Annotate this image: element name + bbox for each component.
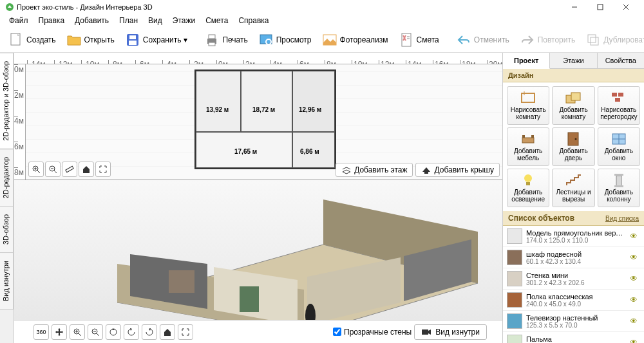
visibility-toggle[interactable]: 👁 — [630, 232, 640, 241]
design-btn-add-door[interactable]: Добавить дверь — [552, 127, 594, 166]
zoom-out-button[interactable] — [45, 162, 61, 177]
visibility-toggle[interactable]: 👁 — [630, 317, 640, 326]
menu-floors[interactable]: Этажи — [167, 15, 200, 26]
ruler-tick: -14м — [27, 60, 46, 64]
menu-estimate[interactable]: Смета — [200, 15, 233, 26]
list-view-toggle[interactable]: Вид списка — [605, 215, 639, 222]
tab-3d-view[interactable]: 3D-обзор — [0, 206, 14, 253]
menu-edit[interactable]: Правка — [33, 15, 70, 26]
minimize-button[interactable] — [562, 0, 587, 14]
tab-floors[interactable]: Этажи — [550, 53, 597, 68]
pan-button[interactable] — [52, 324, 67, 340]
menu-plan[interactable]: План — [114, 15, 143, 26]
folder-open-icon — [66, 32, 82, 48]
titlebar: Проект эко-стиль - Дизайн Интерьера 3D — [0, 0, 644, 14]
add-floor-button[interactable]: Добавить этаж — [336, 163, 413, 177]
duplicate-button[interactable]: Дублировать — [581, 30, 644, 50]
list-item[interactable]: Телевизор настенный125.3 x 5.5 x 70.0👁 — [503, 311, 644, 332]
list-item[interactable]: Полка классическая240.0 x 45.0 x 49.0👁 — [503, 290, 644, 311]
design-btn-add-window[interactable]: Добавить окно — [598, 127, 640, 166]
menu-help[interactable]: Справка — [233, 15, 274, 26]
reset-view-button[interactable] — [106, 324, 121, 340]
design-btn-draw-partition[interactable]: Нарисовать перегородку — [598, 86, 640, 125]
home-3d-button[interactable] — [160, 324, 175, 340]
rotate-360-button[interactable]: 360 — [33, 324, 49, 340]
ruler-tick: -10м — [81, 60, 100, 64]
tab-inside-view[interactable]: Вид изнутри — [0, 252, 14, 310]
add-light-icon — [519, 173, 537, 187]
object-dimensions: 125.3 x 5.5 x 70.0 — [526, 322, 626, 329]
preview-button[interactable]: Просмотр — [254, 30, 316, 50]
maximize-button[interactable] — [587, 0, 613, 14]
close-button[interactable] — [613, 0, 639, 14]
list-item[interactable]: Стенка мини301.2 x 42.3 x 202.6👁 — [503, 268, 644, 290]
tab-properties[interactable]: Свойства — [598, 53, 644, 68]
photo-icon — [322, 32, 337, 48]
bottom-toolbar: 360 Прозрачные стены Вид изнутри — [14, 320, 502, 343]
ruler-tick-v: 8м — [14, 167, 18, 177]
design-btn-add-column[interactable]: Добавить колонну — [598, 169, 640, 207]
tab-project[interactable]: Проект — [503, 53, 550, 69]
objects-section-header: Список объектов Вид списка — [503, 211, 644, 226]
svg-rect-57 — [522, 138, 534, 143]
design-btn-label: Добавить дверь — [554, 147, 592, 162]
visibility-toggle[interactable]: 👁 — [630, 253, 640, 262]
design-section-header: Дизайн — [503, 69, 644, 82]
house-3d-render — [79, 187, 491, 320]
list-item[interactable]: Пальма127.4 x 116.2 x 258.5👁 — [503, 332, 644, 343]
floor-plan[interactable]: 13,92 м 18,72 м 12,96 м 17,65 м 6,86 м — [194, 70, 336, 169]
transparent-walls-checkbox[interactable]: Прозрачные стены — [333, 328, 412, 337]
design-btn-add-light[interactable]: Добавить освещение — [507, 169, 549, 207]
ruler-tick: 16м — [433, 60, 449, 64]
menu-view[interactable]: Вид — [143, 15, 167, 26]
svg-rect-55 — [618, 93, 623, 97]
photoreal-button[interactable]: Фотореализм — [317, 30, 393, 50]
tab-2d-editor[interactable]: 2D-редактор — [0, 149, 14, 207]
tab-2d-3d-combined[interactable]: 2D-редактор и 3D-обзор — [0, 53, 14, 149]
zoom-in-button[interactable] — [28, 162, 44, 177]
zoom-out-3d[interactable] — [88, 324, 103, 340]
home-button[interactable] — [79, 162, 94, 177]
ruler-tick: 18м — [460, 60, 476, 64]
ruler-tick: 14м — [406, 60, 422, 64]
design-btn-add-room[interactable]: Добавить комнату — [552, 86, 594, 125]
design-btn-draw-room[interactable]: Нарисовать комнату — [507, 86, 549, 125]
design-btn-stairs[interactable]: Лестницы и вырезы — [552, 169, 594, 207]
plan-tools-right: Добавить этаж Добавить крышу — [336, 163, 500, 177]
undo-button[interactable]: Отменить — [451, 30, 514, 50]
ruler-tool[interactable] — [62, 162, 77, 177]
fit-screen-button[interactable] — [95, 162, 111, 177]
open-button[interactable]: Открыть — [62, 30, 119, 50]
rotate-right-button[interactable] — [142, 324, 157, 340]
menu-file[interactable]: Файл — [4, 15, 33, 26]
redo-button[interactable]: Повторить — [515, 30, 580, 50]
rotate-left-button[interactable] — [124, 324, 139, 340]
svg-rect-8 — [129, 41, 137, 45]
object-thumbnail — [507, 250, 522, 265]
visibility-toggle[interactable]: 👁 — [630, 295, 640, 304]
print-button[interactable]: Печать — [200, 30, 252, 50]
plan-3d-view[interactable] — [14, 180, 502, 320]
list-item[interactable]: шкаф подвесной60.1 x 42.3 x 130.4👁 — [503, 247, 644, 268]
draw-partition-icon — [610, 91, 628, 105]
design-btn-label: Добавить колонну — [600, 189, 638, 203]
plan-2d-view[interactable]: 0м2м4м6м8м 13,92 м 18,72 м 12,96 м 17,65… — [14, 64, 502, 180]
svg-rect-56 — [615, 98, 620, 102]
add-roof-button[interactable]: Добавить крышу — [415, 163, 500, 177]
estimate-button[interactable]: Смета — [394, 30, 444, 50]
room-area-3: 12,96 м — [299, 106, 321, 113]
create-button[interactable]: Создать — [4, 30, 61, 50]
menu-add[interactable]: Добавить — [70, 15, 114, 26]
zoom-in-3d[interactable] — [70, 324, 85, 340]
visibility-toggle[interactable]: 👁 — [630, 274, 640, 283]
visibility-toggle[interactable]: 👁 — [630, 338, 640, 343]
ruler-tick: -8м — [108, 60, 122, 64]
ruler-tick: -12м — [54, 60, 73, 64]
inside-view-button[interactable]: Вид изнутри — [414, 324, 487, 340]
design-btn-add-furniture[interactable]: Добавить мебель — [507, 127, 549, 166]
list-item[interactable]: Модель прямоугольник вертик...174.0 x 12… — [503, 226, 644, 247]
ruler-tick: 8м — [325, 60, 336, 64]
svg-rect-59 — [531, 135, 534, 138]
save-button[interactable]: Сохранить ▾ — [120, 30, 193, 50]
fit-3d-button[interactable] — [178, 324, 193, 340]
